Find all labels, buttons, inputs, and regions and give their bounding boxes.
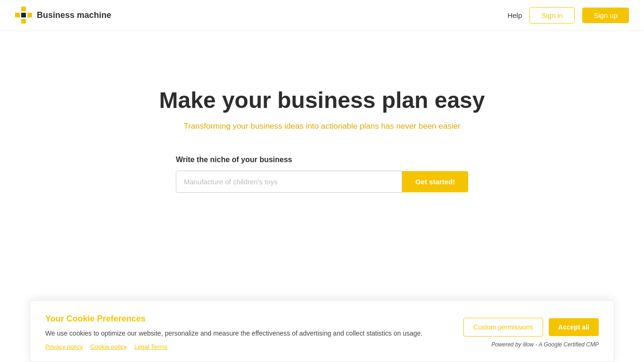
custom-permissions-button[interactable]: Custom permissions [463, 318, 543, 337]
legal-terms-link[interactable]: Legal Terms [134, 343, 168, 350]
privacy-policy-link[interactable]: Privacy policy [45, 343, 83, 350]
header-nav: Help Sign in Sign up [507, 7, 629, 24]
logo-icon [15, 7, 32, 24]
header: Business machine Help Sign in Sign up [0, 0, 644, 31]
help-link[interactable]: Help [507, 11, 522, 19]
powered-by-suffix: - A Google Certified CMP [534, 341, 599, 348]
niche-input[interactable] [176, 171, 402, 193]
svg-rect-0 [21, 7, 26, 11]
signup-button[interactable]: Sign up [582, 8, 629, 23]
powered-by-brand: illow [523, 341, 534, 348]
accept-all-button[interactable]: Accept all [549, 318, 599, 336]
niche-form: Write the niche of your business Get sta… [176, 156, 468, 193]
input-row: Get started! [176, 171, 468, 193]
powered-by-text: Powered by [491, 341, 523, 348]
logo-area: Business machine [15, 7, 111, 24]
cookie-right: Custom permissions Accept all Powered by… [463, 314, 599, 348]
hero-title: Make your business plan easy [159, 87, 485, 113]
main-content: Make your business plan easy Transformin… [0, 31, 644, 193]
svg-rect-3 [21, 19, 26, 24]
cookie-body: We use cookies to optimize our website, … [45, 329, 448, 338]
powered-by: Powered by illow - A Google Certified CM… [491, 341, 599, 348]
cookie-left: Your Cookie Preferences We use cookies t… [45, 314, 448, 350]
cookie-banner: Your Cookie Preferences We use cookies t… [30, 300, 614, 362]
cookie-buttons: Custom permissions Accept all [463, 318, 599, 337]
signin-button[interactable]: Sign in [529, 7, 575, 24]
cookie-title: Your Cookie Preferences [45, 314, 448, 324]
svg-rect-2 [27, 13, 32, 17]
cookie-policy-link[interactable]: Cookie policy [90, 343, 126, 350]
svg-rect-1 [15, 13, 20, 17]
get-started-button[interactable]: Get started! [402, 171, 468, 192]
cookie-links: Privacy policy Cookie policy Legal Terms [45, 343, 448, 350]
svg-rect-4 [21, 13, 26, 17]
logo-text: Business machine [37, 10, 111, 20]
form-label: Write the niche of your business [176, 156, 292, 164]
hero-subtitle: Transforming your business ideas into ac… [183, 122, 460, 131]
